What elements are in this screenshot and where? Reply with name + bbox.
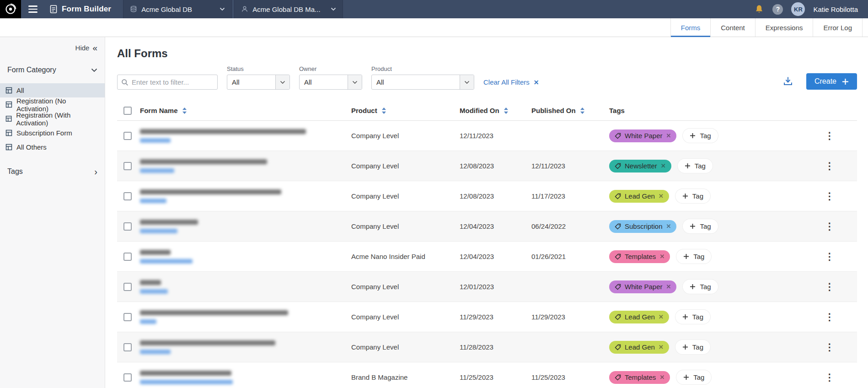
avatar-initials: KR (794, 6, 803, 13)
add-tag-button[interactable]: Tag (683, 280, 718, 294)
remove-tag-icon[interactable]: ✕ (659, 374, 664, 381)
row-checkbox[interactable] (123, 162, 132, 170)
sidebar-item-registration-no-activation[interactable]: Registration (No Activation) (0, 97, 105, 112)
row-checkbox[interactable] (123, 313, 132, 321)
tags-section-header[interactable]: Tags › (0, 167, 105, 176)
form-link-redacted[interactable] (140, 380, 233, 384)
tab-error-log[interactable]: Error Log (813, 18, 863, 37)
menu-icon[interactable] (21, 0, 45, 18)
form-link-redacted[interactable] (140, 350, 171, 354)
tag-icon (615, 314, 621, 320)
form-grid-icon (5, 87, 12, 94)
audience-selector[interactable]: Acme Global DB Ma... (234, 0, 343, 18)
sidebar-item-subscription-form[interactable]: Subscription Form (0, 126, 105, 140)
add-tag-button[interactable]: Tag (676, 249, 711, 264)
status-filter: Status All (227, 65, 290, 90)
row-checkbox[interactable] (123, 192, 132, 200)
remove-tag-icon[interactable]: ✕ (666, 223, 671, 230)
sort-icon[interactable] (182, 107, 187, 114)
row-menu-icon[interactable]: ⋮ (825, 131, 835, 140)
add-tag-button[interactable]: Tag (678, 159, 713, 173)
row-checkbox[interactable] (123, 132, 132, 140)
tab-forms[interactable]: Forms (670, 18, 711, 37)
form-name-redacted[interactable] (140, 159, 267, 164)
remove-tag-icon[interactable]: ✕ (666, 132, 671, 139)
form-name-redacted[interactable] (140, 371, 231, 376)
row-checkbox[interactable] (123, 283, 132, 291)
row-checkbox[interactable] (123, 373, 132, 382)
form-link-redacted[interactable] (140, 289, 168, 294)
notifications-bell-icon[interactable] (754, 4, 764, 15)
tag-pill[interactable]: Lead Gen ✕ (609, 190, 669, 203)
add-tag-button[interactable]: Tag (675, 310, 710, 324)
filter-search-input[interactable] (117, 75, 218, 90)
product-select[interactable]: All (371, 75, 474, 90)
form-category-header[interactable]: Form Category (0, 66, 105, 74)
row-menu-icon[interactable]: ⋮ (825, 221, 835, 231)
row-menu-icon[interactable]: ⋮ (825, 161, 835, 171)
form-name-redacted[interactable] (140, 189, 281, 194)
row-checkbox[interactable] (123, 253, 132, 261)
row-menu-icon[interactable]: ⋮ (825, 372, 835, 382)
tag-pill[interactable]: Newsletter ✕ (609, 160, 671, 172)
sidebar-item-label: Registration (With Activation) (16, 111, 99, 127)
select-all-checkbox[interactable] (123, 107, 132, 115)
row-menu-icon[interactable]: ⋮ (825, 342, 835, 352)
remove-tag-icon[interactable]: ✕ (659, 253, 664, 260)
form-link-redacted[interactable] (140, 319, 156, 324)
row-menu-icon[interactable]: ⋮ (825, 312, 835, 322)
form-name-redacted[interactable] (140, 250, 171, 255)
status-select[interactable]: All (227, 75, 290, 90)
add-tag-button[interactable]: Tag (676, 370, 711, 384)
remove-tag-icon[interactable]: ✕ (659, 344, 664, 350)
tag-pill[interactable]: Lead Gen ✕ (609, 311, 669, 323)
row-menu-icon[interactable]: ⋮ (825, 191, 835, 201)
sort-icon[interactable] (580, 107, 585, 114)
sort-icon[interactable] (381, 107, 386, 114)
tag-pill[interactable]: White Paper ✕ (609, 280, 676, 293)
help-icon[interactable]: ? (772, 4, 783, 15)
hide-sidebar-button[interactable]: Hide « (0, 43, 105, 52)
tag-pill[interactable]: Templates ✕ (609, 371, 670, 384)
add-tag-button[interactable]: Tag (675, 340, 710, 354)
download-button[interactable] (782, 75, 793, 86)
add-tag-button[interactable]: Tag (683, 129, 718, 143)
form-link-redacted[interactable] (140, 259, 193, 264)
avatar[interactable]: KR (791, 2, 805, 16)
row-checkbox[interactable] (123, 222, 132, 231)
tag-pill[interactable]: Lead Gen ✕ (609, 341, 669, 354)
sort-icon[interactable] (504, 107, 509, 114)
tab-expressions[interactable]: Expressions (755, 18, 813, 37)
form-name-redacted[interactable] (140, 220, 198, 225)
remove-tag-icon[interactable]: ✕ (666, 283, 671, 290)
form-name-redacted[interactable] (140, 129, 306, 134)
add-tag-button[interactable]: Tag (683, 219, 718, 233)
tab-label: Expressions (766, 24, 803, 32)
remove-tag-icon[interactable]: ✕ (659, 313, 664, 320)
tab-content[interactable]: Content (710, 18, 755, 37)
clear-all-filters-button[interactable]: Clear All Filters ✕ (483, 78, 539, 86)
database-selector[interactable]: Acme Global DB (123, 0, 232, 18)
form-link-redacted[interactable] (140, 168, 174, 173)
create-button[interactable]: Create (806, 73, 857, 90)
tag-pill[interactable]: Subscription ✕ (609, 220, 676, 233)
form-link-redacted[interactable] (140, 229, 177, 233)
row-menu-icon[interactable]: ⋮ (825, 252, 835, 261)
row-checkbox[interactable] (123, 343, 132, 351)
tag-pill[interactable]: Templates ✕ (609, 250, 670, 263)
sidebar-item-all[interactable]: All (0, 83, 105, 97)
owner-select[interactable]: All (299, 75, 362, 90)
form-name-redacted[interactable] (140, 310, 288, 315)
row-menu-icon[interactable]: ⋮ (825, 282, 835, 291)
tag-pill[interactable]: White Paper ✕ (609, 129, 676, 142)
form-name-redacted[interactable] (140, 340, 275, 345)
remove-tag-icon[interactable]: ✕ (661, 162, 666, 169)
sidebar-item-all-others[interactable]: All Others (0, 140, 105, 154)
form-name-redacted[interactable] (140, 280, 161, 285)
form-link-redacted[interactable] (140, 138, 171, 143)
add-tag-button[interactable]: Tag (675, 189, 710, 203)
app-logo[interactable] (0, 0, 21, 18)
remove-tag-icon[interactable]: ✕ (659, 193, 664, 199)
sidebar-item-registration-with-activation[interactable]: Registration (With Activation) (0, 112, 105, 126)
form-link-redacted[interactable] (140, 199, 166, 203)
